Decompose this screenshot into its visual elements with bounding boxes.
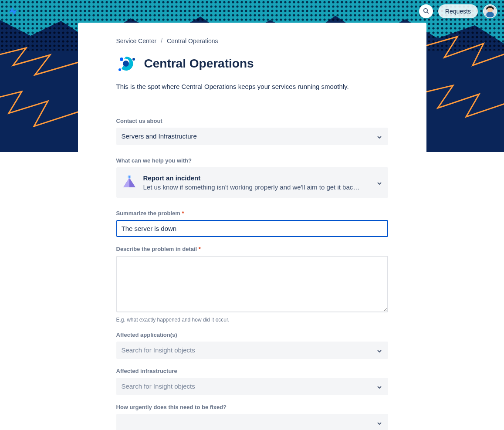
requests-label: Requests	[445, 8, 471, 15]
describe-hint: E.g. what exactly happened and how did i…	[116, 317, 388, 323]
chevron-down-icon	[377, 420, 382, 425]
svg-point-3	[424, 8, 428, 12]
contact-value: Servers and Infrastructure	[122, 132, 197, 140]
search-button[interactable]	[419, 4, 433, 18]
chevron-down-icon	[377, 348, 382, 353]
apps-label: Affected application(s)	[116, 332, 388, 338]
describe-textarea[interactable]	[116, 256, 388, 312]
breadcrumb-separator: /	[161, 37, 162, 44]
breadcrumb-current[interactable]: Central Operations	[167, 37, 218, 44]
describe-label: Describe the problem in detail *	[116, 246, 388, 252]
svg-point-8	[120, 58, 123, 61]
apps-placeholder: Search for Insight objects	[122, 346, 195, 354]
svg-point-10	[123, 61, 129, 67]
request-type-description: Let us know if something isn't working p…	[143, 183, 372, 191]
svg-rect-7	[486, 12, 494, 17]
page-title: Central Operations	[144, 57, 254, 71]
avatar[interactable]	[483, 4, 497, 18]
chevron-down-icon	[377, 384, 382, 389]
svg-point-11	[118, 68, 121, 71]
infra-select[interactable]: Search for Insight objects	[116, 378, 388, 395]
topbar: Requests	[0, 0, 504, 23]
summarize-input[interactable]	[116, 220, 388, 237]
app-logo-icon[interactable]	[8, 6, 18, 17]
apps-select[interactable]: Search for Insight objects	[116, 342, 388, 359]
urgency-select[interactable]	[116, 414, 388, 430]
infra-placeholder: Search for Insight objects	[122, 383, 195, 390]
contact-select[interactable]: Servers and Infrastructure	[116, 128, 388, 145]
chevron-down-icon	[377, 134, 382, 139]
request-type-select[interactable]: Report an incident Let us know if someth…	[116, 167, 388, 198]
incident-icon	[122, 174, 137, 190]
breadcrumb-parent[interactable]: Service Center	[116, 37, 157, 44]
infra-label: Affected infrastructure	[116, 368, 388, 374]
help-label: What can we help you with?	[116, 157, 388, 164]
requests-button[interactable]: Requests	[438, 4, 478, 18]
svg-point-13	[129, 176, 130, 178]
summarize-label: Summarize the problem *	[116, 210, 388, 217]
breadcrumb: Service Center / Central Operations	[116, 37, 388, 44]
search-icon	[423, 7, 430, 16]
request-type-title: Report an incident	[143, 174, 372, 182]
request-panel: Service Center / Central Operations Cent…	[78, 23, 426, 430]
page-description: This is the spot where Central Operation…	[116, 82, 388, 91]
contact-label: Contact us about	[116, 118, 388, 124]
urgency-label: How urgently does this need to be fixed?	[116, 404, 388, 410]
chevron-down-icon	[377, 180, 382, 185]
svg-point-9	[132, 58, 135, 61]
project-icon	[116, 53, 137, 74]
svg-line-4	[427, 12, 429, 14]
